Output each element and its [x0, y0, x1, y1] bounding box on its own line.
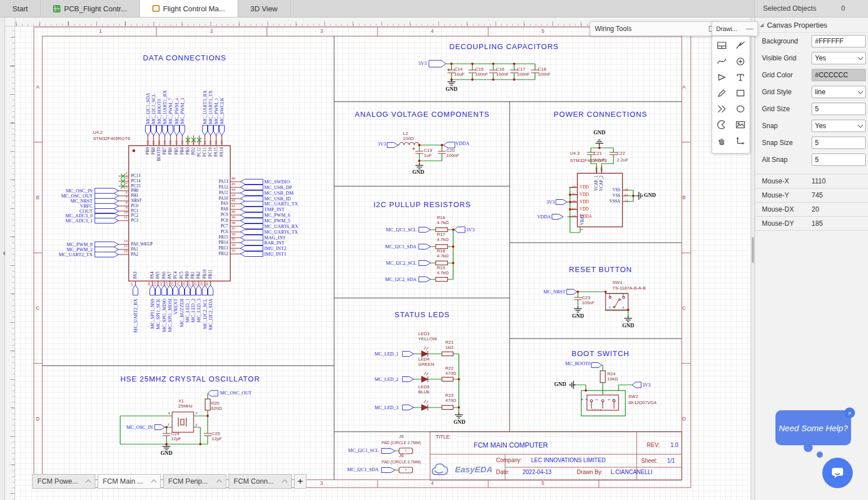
mouse-position-table: Mouse-X 1110 Mouse-Y 745 Mouse-DX 20 Mou… — [755, 174, 868, 231]
help-bubble[interactable]: Need Some Help? — [775, 410, 851, 445]
arc-center-icon[interactable] — [733, 55, 748, 68]
property-row: Alt Snap 5 — [755, 151, 868, 168]
property-label: Snap — [755, 122, 812, 130]
property-row: Snap Size 5 — [755, 134, 868, 151]
selected-objects-value: 0 — [841, 5, 845, 12]
property-control[interactable]: #CCCCCC — [812, 69, 866, 81]
property-control[interactable]: Yes — [812, 52, 866, 64]
netflag-arrow-icon[interactable] — [714, 71, 729, 84]
property-control[interactable]: #FFFFFF — [812, 35, 866, 47]
sheet-tab-label: FCM Powe... — [37, 477, 78, 485]
polyline-icon[interactable] — [733, 134, 748, 147]
mouse-label: Mouse-Y — [755, 191, 812, 199]
drawing-tools-panel — [712, 36, 750, 153]
property-control[interactable]: 5 — [812, 137, 866, 149]
chevron-up-icon[interactable] — [282, 480, 288, 485]
tab-file-icon — [152, 5, 160, 12]
bezier-icon[interactable] — [714, 55, 729, 68]
wiring-tools-panel[interactable]: Wiring Tools — [590, 21, 720, 36]
chevron-up-icon[interactable] — [217, 480, 222, 485]
property-control[interactable]: 5 — [812, 153, 866, 166]
image-icon[interactable] — [733, 118, 748, 131]
canvas-properties-header[interactable]: ◢ Canvas Properties — [755, 17, 868, 33]
property-label: Grid Size — [755, 105, 812, 113]
mouse-row: Mouse-Y 745 — [755, 188, 868, 203]
property-value: 5 — [815, 156, 819, 164]
schematic-canvas[interactable] — [15, 26, 751, 500]
collapse-left-icon[interactable] — [1, 251, 5, 256]
property-value: #CCCCCC — [815, 71, 848, 79]
document-tab[interactable]: Start — [0, 0, 41, 17]
property-control[interactable]: 5 — [812, 103, 866, 115]
mouse-row: Mouse-X 1110 — [755, 174, 868, 188]
sheet-tab[interactable]: FCM Main ... — [98, 474, 161, 489]
mouse-value: 1110 — [812, 177, 826, 185]
sheet-tab-label: FCM Main ... — [103, 477, 143, 485]
chevron-down-icon — [858, 122, 863, 128]
sheet-tab-label: FCM Perip... — [168, 477, 208, 485]
document-tab[interactable]: 3D View — [238, 0, 291, 17]
property-row: Snap Yes — [755, 117, 868, 134]
tab-label: Start — [12, 5, 28, 13]
text-icon[interactable] — [733, 71, 748, 84]
sheet-tab[interactable]: FCM Perip... — [163, 474, 226, 489]
bubble-tail — [804, 443, 813, 452]
chat-button[interactable] — [822, 458, 853, 488]
property-control[interactable]: Yes — [812, 120, 866, 132]
mouse-row: Mouse-DY 185 — [755, 217, 868, 231]
collapse-icon[interactable]: ◢ — [760, 22, 764, 28]
tab-label: Flight Control Ma... — [163, 5, 225, 13]
hand-icon[interactable] — [714, 134, 729, 147]
mouse-label: Mouse-DY — [755, 220, 812, 227]
selected-objects-label: Selected Objects — [763, 5, 817, 12]
mouse-value: 185 — [812, 220, 823, 227]
document-tab-bar: Start PCB_Flight Contr... Flight Control… — [0, 0, 755, 17]
rectangle-icon[interactable] — [733, 86, 748, 100]
add-sheet-button[interactable]: + — [294, 474, 306, 489]
left-edge-strip[interactable] — [0, 17, 5, 500]
ruler-corner — [5, 17, 15, 27]
property-value: Yes — [815, 54, 826, 62]
sheet-tab-bar: FCM Powe... FCM Main ... FCM Perip... FC… — [32, 474, 306, 489]
drawing-tools-title: Drawi... — [716, 25, 737, 32]
property-row: Visible Grid Yes — [755, 50, 868, 67]
drawing-sheet-icon[interactable] — [714, 39, 729, 52]
sheet-tab-label: FCM Conn... — [234, 477, 274, 485]
chevron-up-icon[interactable] — [86, 480, 91, 485]
property-value: Yes — [815, 122, 826, 130]
bubble-tail-small — [817, 451, 823, 458]
mouse-label: Mouse-DX — [755, 205, 812, 213]
mouse-value: 745 — [812, 191, 823, 199]
close-icon: × — [848, 410, 851, 416]
drawing-tools-panel-header[interactable]: Drawi... — — [712, 21, 758, 36]
property-row: Grid Style line — [755, 84, 868, 100]
tab-label: 3D View — [251, 5, 278, 13]
help-close-button[interactable]: × — [844, 407, 855, 418]
property-row: Grid Size 5 — [755, 100, 868, 117]
document-tab[interactable]: PCB_Flight Contr... — [41, 0, 139, 17]
property-value: #FFFFFF — [815, 37, 844, 45]
scrollbar-thumb[interactable] — [752, 237, 754, 263]
polygon-icon[interactable] — [714, 102, 729, 116]
mouse-label: Mouse-X — [755, 177, 812, 185]
sheet-tab[interactable]: FCM Powe... — [32, 474, 95, 489]
document-tab[interactable]: Flight Control Ma... — [140, 0, 238, 17]
property-label: Alt Snap — [755, 156, 812, 164]
chevron-up-icon[interactable] — [151, 480, 157, 485]
property-label: Background — [755, 37, 812, 45]
ellipse-icon[interactable] — [733, 102, 748, 116]
ruler-vertical — [5, 26, 15, 500]
arc-icon[interactable] — [714, 118, 729, 131]
selected-objects-row: Selected Objects 0 — [755, 0, 868, 17]
property-label: Grid Color — [755, 71, 812, 79]
property-label: Grid Style — [755, 88, 812, 96]
minimize-icon[interactable]: — — [746, 27, 753, 31]
mouse-value: 20 — [812, 205, 819, 213]
property-label: Visible Grid — [755, 54, 812, 62]
pencil-icon[interactable] — [714, 86, 729, 100]
help-bubble-text: Need Some Help? — [779, 423, 848, 433]
wire-icon[interactable] — [733, 39, 748, 52]
property-control[interactable]: line — [812, 86, 866, 98]
sheet-tab[interactable]: FCM Conn... — [229, 474, 292, 489]
canvas-properties-title: Canvas Properties — [767, 21, 827, 29]
